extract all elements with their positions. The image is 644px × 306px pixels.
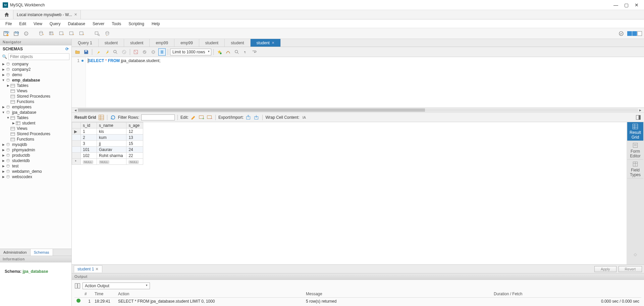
autocommit-icon[interactable] [158, 48, 166, 56]
output-layout-icon[interactable] [74, 283, 80, 289]
open-sql-script-icon[interactable]: SQL [12, 30, 20, 38]
left-panel-toggle[interactable] [627, 31, 632, 36]
wrap-cell-icon[interactable]: IA [302, 114, 308, 120]
create-schema-icon[interactable]: + [38, 30, 46, 38]
tree-item-stored-procedures[interactable]: Stored Procedures [0, 131, 71, 137]
inspector-icon[interactable]: i [22, 30, 30, 38]
result-tab[interactable]: student 1 ✕ [74, 265, 102, 272]
result-grid-wrap[interactable]: s_ids_names_age▶1kis122kum133jj15101Gaur… [72, 122, 627, 264]
explain-icon[interactable] [112, 48, 119, 56]
rollback-icon[interactable] [150, 48, 157, 56]
tree-item-demo[interactable]: ▶demo [0, 72, 71, 78]
cell[interactable]: 13 [126, 135, 143, 141]
menu-help[interactable]: Help [148, 20, 163, 28]
output-type-select[interactable]: Action Output [83, 283, 150, 289]
tree-arrow[interactable]: ▶ [11, 121, 15, 125]
menu-query[interactable]: Query [46, 20, 64, 28]
tree-item-tables[interactable]: ▼Tables [0, 115, 71, 120]
create-function-icon[interactable]: + [78, 30, 86, 38]
cell[interactable]: 102 [81, 153, 97, 159]
cell[interactable]: 101 [81, 147, 97, 153]
query-tab[interactable]: student [225, 39, 250, 47]
cell[interactable]: 15 [126, 141, 143, 147]
tree-item-webdamn_demo[interactable]: ▶webdamn_demo [0, 169, 71, 174]
editor-hscroll[interactable]: ◄ ► [72, 107, 644, 113]
side-tab-field-types[interactable]: Field Types [627, 160, 643, 178]
tree-arrow[interactable]: ▼ [6, 116, 10, 119]
tree-arrow[interactable]: ▶ [1, 148, 5, 152]
tree-item-webscodex[interactable]: ▶webscodex [0, 174, 71, 180]
query-tab[interactable]: student [124, 39, 150, 47]
tab-administration[interactable]: Administration [0, 249, 30, 256]
query-tab[interactable]: student [199, 39, 225, 47]
tree-item-company2[interactable]: ▶company2 [0, 67, 71, 72]
menu-scripting[interactable]: Scripting [125, 20, 148, 28]
export-icon[interactable] [246, 114, 252, 120]
side-tab-nav[interactable] [627, 246, 643, 264]
query-tab[interactable]: student [99, 39, 124, 47]
tree-item-test[interactable]: ▶test [0, 163, 71, 169]
reconnect-icon[interactable] [103, 30, 111, 38]
tree-item-jpa_database[interactable]: ▼jpa_database [0, 110, 71, 115]
tree-arrow[interactable]: ▶ [1, 159, 5, 162]
save-icon[interactable] [83, 48, 90, 56]
open-file-icon[interactable] [74, 48, 81, 56]
side-tab-form-editor[interactable]: Form Editor [627, 141, 643, 160]
tree-arrow[interactable]: ▶ [1, 154, 5, 157]
panel-toggle[interactable] [627, 31, 642, 36]
cell[interactable]: Gaurav [97, 147, 126, 153]
tree-arrow[interactable]: ▶ [1, 170, 5, 173]
tree-item-productdb[interactable]: ▶productdb [0, 153, 71, 158]
cell[interactable]: kum [97, 135, 126, 141]
create-table-icon[interactable]: + [48, 30, 56, 38]
table-row[interactable]: 102Rohit sharma22 [72, 153, 143, 159]
tree-arrow[interactable]: ▶ [1, 62, 5, 66]
tree-arrow[interactable]: ▶ [1, 143, 5, 146]
import-icon[interactable] [254, 114, 260, 120]
table-row[interactable]: 101Gaurav24 [72, 147, 143, 153]
refresh-result-icon[interactable] [110, 114, 116, 120]
beautify-icon[interactable] [224, 48, 232, 56]
column-header-s_id[interactable]: s_id [81, 122, 97, 129]
sql-editor[interactable]: 1 SELECT * FROM jpa_database.student; [72, 57, 644, 107]
apply-button[interactable]: Apply [594, 266, 616, 272]
close-icon[interactable]: ✕ [95, 267, 99, 271]
cell[interactable]: kis [97, 129, 126, 135]
cell[interactable]: 12 [126, 129, 143, 135]
cell[interactable]: NULL [126, 159, 143, 165]
invisible-chars-icon[interactable]: ¶ [242, 48, 249, 56]
cell[interactable]: NULL [97, 159, 126, 165]
menu-server[interactable]: Server [89, 20, 108, 28]
home-tab[interactable] [0, 10, 13, 19]
code-area[interactable]: SELECT * FROM jpa_database.student; [86, 57, 644, 107]
tree-item-mysqldb[interactable]: ▶mysqldb [0, 142, 71, 147]
no-limit-icon[interactable] [132, 48, 140, 56]
stop-icon[interactable] [120, 48, 128, 56]
tree-item-studentdb[interactable]: ▶studentdb [0, 158, 71, 163]
tab-schemas[interactable]: Schemas [30, 249, 53, 256]
favorite-icon[interactable] [216, 48, 223, 56]
cell[interactable]: 24 [126, 147, 143, 153]
table-row[interactable]: ▶1kis12 [72, 129, 143, 135]
tree-item-functions[interactable]: Functions [0, 137, 71, 142]
minimize-button[interactable]: — [613, 2, 618, 8]
tree-item-student[interactable]: ▶student [0, 120, 71, 126]
delete-row-icon[interactable]: − [207, 114, 213, 120]
table-row[interactable]: 2kum13 [72, 135, 143, 141]
column-header-s_name[interactable]: s_name [97, 122, 126, 129]
cell[interactable]: 22 [126, 153, 143, 159]
cell[interactable]: jj [97, 141, 126, 147]
right-panel-toggle[interactable] [637, 31, 642, 36]
table-row[interactable]: 3jj15 [72, 141, 143, 147]
cell[interactable]: 1 [81, 129, 97, 135]
update-icon[interactable] [617, 30, 625, 38]
table-row-new[interactable]: *NULLNULLNULL [72, 159, 143, 165]
tree-item-employees[interactable]: ▶employees [0, 104, 71, 110]
menu-edit[interactable]: Edit [16, 20, 30, 28]
bottom-panel-toggle[interactable] [632, 31, 637, 36]
find-icon[interactable] [233, 48, 240, 56]
filter-objects-input[interactable] [8, 53, 69, 60]
side-tab-result-grid[interactable]: Result Grid [627, 122, 643, 141]
tree-arrow[interactable]: ▶ [1, 73, 5, 76]
execute-current-icon[interactable] [103, 48, 110, 56]
